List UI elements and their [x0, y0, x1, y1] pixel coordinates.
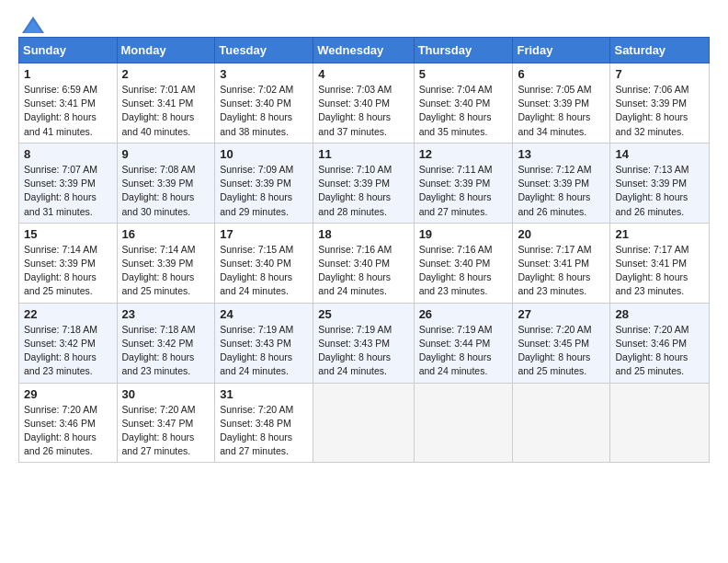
day-number: 28	[615, 307, 704, 321]
calendar-week-row: 15Sunrise: 7:14 AMSunset: 3:39 PMDayligh…	[19, 223, 710, 303]
day-number: 1	[24, 67, 112, 81]
calendar-day-cell	[313, 383, 414, 463]
calendar-week-row: 22Sunrise: 7:18 AMSunset: 3:42 PMDayligh…	[19, 303, 710, 383]
day-info: Sunrise: 7:16 AMSunset: 3:40 PMDaylight:…	[419, 243, 508, 299]
weekday-header-cell: Saturday	[610, 38, 710, 63]
calendar-day-cell: 25Sunrise: 7:19 AMSunset: 3:43 PMDayligh…	[313, 303, 414, 383]
calendar-day-cell: 14Sunrise: 7:13 AMSunset: 3:39 PMDayligh…	[610, 143, 710, 223]
day-number: 30	[122, 387, 210, 401]
day-number: 21	[615, 227, 704, 241]
day-number: 10	[220, 147, 308, 161]
calendar-day-cell: 11Sunrise: 7:10 AMSunset: 3:39 PMDayligh…	[313, 143, 414, 223]
day-number: 6	[518, 67, 605, 81]
day-info: Sunrise: 7:07 AMSunset: 3:39 PMDaylight:…	[24, 163, 112, 219]
day-number: 29	[24, 387, 112, 401]
calendar-day-cell: 27Sunrise: 7:20 AMSunset: 3:45 PMDayligh…	[513, 303, 610, 383]
day-info: Sunrise: 7:02 AMSunset: 3:40 PMDaylight:…	[220, 83, 308, 139]
day-number: 3	[220, 67, 308, 81]
day-number: 17	[220, 227, 308, 241]
day-info: Sunrise: 7:17 AMSunset: 3:41 PMDaylight:…	[615, 243, 704, 299]
calendar-day-cell: 17Sunrise: 7:15 AMSunset: 3:40 PMDayligh…	[215, 223, 313, 303]
calendar-day-cell: 4Sunrise: 7:03 AMSunset: 3:40 PMDaylight…	[313, 63, 414, 144]
calendar-day-cell: 22Sunrise: 7:18 AMSunset: 3:42 PMDayligh…	[19, 303, 118, 383]
day-number: 11	[318, 147, 408, 161]
day-info: Sunrise: 7:19 AMSunset: 3:43 PMDaylight:…	[318, 323, 408, 379]
calendar-day-cell: 20Sunrise: 7:17 AMSunset: 3:41 PMDayligh…	[513, 223, 610, 303]
calendar-body: 1Sunrise: 6:59 AMSunset: 3:41 PMDaylight…	[19, 63, 710, 463]
calendar-day-cell: 26Sunrise: 7:19 AMSunset: 3:44 PMDayligh…	[414, 303, 513, 383]
day-info: Sunrise: 7:20 AMSunset: 3:48 PMDaylight:…	[220, 403, 308, 459]
weekday-header-cell: Wednesday	[313, 38, 414, 63]
day-info: Sunrise: 7:08 AMSunset: 3:39 PMDaylight:…	[122, 163, 210, 219]
weekday-header-cell: Monday	[117, 38, 215, 63]
day-info: Sunrise: 7:10 AMSunset: 3:39 PMDaylight:…	[318, 163, 408, 219]
calendar-week-row: 8Sunrise: 7:07 AMSunset: 3:39 PMDaylight…	[19, 143, 710, 223]
calendar-day-cell	[414, 383, 513, 463]
calendar-day-cell: 16Sunrise: 7:14 AMSunset: 3:39 PMDayligh…	[117, 223, 215, 303]
day-info: Sunrise: 7:18 AMSunset: 3:42 PMDaylight:…	[24, 323, 112, 379]
calendar-day-cell: 18Sunrise: 7:16 AMSunset: 3:40 PMDayligh…	[313, 223, 414, 303]
day-info: Sunrise: 7:09 AMSunset: 3:39 PMDaylight:…	[220, 163, 308, 219]
weekday-header-cell: Tuesday	[215, 38, 313, 63]
day-info: Sunrise: 7:20 AMSunset: 3:46 PMDaylight:…	[24, 403, 112, 459]
day-number: 4	[318, 67, 408, 81]
day-number: 12	[419, 147, 508, 161]
day-number: 24	[220, 307, 308, 321]
day-info: Sunrise: 7:04 AMSunset: 3:40 PMDaylight:…	[419, 83, 508, 139]
day-info: Sunrise: 7:06 AMSunset: 3:39 PMDaylight:…	[615, 83, 704, 139]
day-info: Sunrise: 7:20 AMSunset: 3:47 PMDaylight:…	[122, 403, 210, 459]
calendar-week-row: 29Sunrise: 7:20 AMSunset: 3:46 PMDayligh…	[19, 383, 710, 463]
day-info: Sunrise: 7:20 AMSunset: 3:45 PMDaylight:…	[518, 323, 605, 379]
calendar-day-cell: 30Sunrise: 7:20 AMSunset: 3:47 PMDayligh…	[117, 383, 215, 463]
day-number: 5	[419, 67, 508, 81]
day-info: Sunrise: 7:03 AMSunset: 3:40 PMDaylight:…	[318, 83, 408, 139]
day-number: 15	[24, 227, 112, 241]
day-info: Sunrise: 7:17 AMSunset: 3:41 PMDaylight:…	[518, 243, 605, 299]
calendar-day-cell: 2Sunrise: 7:01 AMSunset: 3:41 PMDaylight…	[117, 63, 215, 144]
calendar-day-cell: 28Sunrise: 7:20 AMSunset: 3:46 PMDayligh…	[610, 303, 710, 383]
day-info: Sunrise: 7:16 AMSunset: 3:40 PMDaylight:…	[318, 243, 408, 299]
day-info: Sunrise: 6:59 AMSunset: 3:41 PMDaylight:…	[24, 83, 112, 139]
calendar-table: SundayMondayTuesdayWednesdayThursdayFrid…	[18, 37, 710, 463]
day-number: 22	[24, 307, 112, 321]
calendar-day-cell: 8Sunrise: 7:07 AMSunset: 3:39 PMDaylight…	[19, 143, 118, 223]
day-info: Sunrise: 7:20 AMSunset: 3:46 PMDaylight:…	[615, 323, 704, 379]
weekday-header-cell: Sunday	[19, 38, 118, 63]
day-number: 14	[615, 147, 704, 161]
day-info: Sunrise: 7:15 AMSunset: 3:40 PMDaylight:…	[220, 243, 308, 299]
calendar-day-cell: 19Sunrise: 7:16 AMSunset: 3:40 PMDayligh…	[414, 223, 513, 303]
calendar-day-cell	[513, 383, 610, 463]
logo-icon	[20, 15, 46, 35]
day-number: 31	[220, 387, 308, 401]
day-number: 9	[122, 147, 210, 161]
day-info: Sunrise: 7:11 AMSunset: 3:39 PMDaylight:…	[419, 163, 508, 219]
calendar-day-cell: 3Sunrise: 7:02 AMSunset: 3:40 PMDaylight…	[215, 63, 313, 144]
day-number: 16	[122, 227, 210, 241]
calendar-day-cell: 7Sunrise: 7:06 AMSunset: 3:39 PMDaylight…	[610, 63, 710, 144]
calendar-day-cell: 13Sunrise: 7:12 AMSunset: 3:39 PMDayligh…	[513, 143, 610, 223]
logo	[18, 15, 46, 29]
weekday-header-row: SundayMondayTuesdayWednesdayThursdayFrid…	[19, 38, 710, 63]
weekday-header-cell: Thursday	[414, 38, 513, 63]
calendar-day-cell: 1Sunrise: 6:59 AMSunset: 3:41 PMDaylight…	[19, 63, 118, 144]
calendar-day-cell: 12Sunrise: 7:11 AMSunset: 3:39 PMDayligh…	[414, 143, 513, 223]
day-info: Sunrise: 7:05 AMSunset: 3:39 PMDaylight:…	[518, 83, 605, 139]
calendar-day-cell: 29Sunrise: 7:20 AMSunset: 3:46 PMDayligh…	[19, 383, 118, 463]
day-info: Sunrise: 7:18 AMSunset: 3:42 PMDaylight:…	[122, 323, 210, 379]
day-number: 8	[24, 147, 112, 161]
page-header	[18, 15, 710, 29]
calendar-day-cell: 23Sunrise: 7:18 AMSunset: 3:42 PMDayligh…	[117, 303, 215, 383]
calendar-day-cell: 10Sunrise: 7:09 AMSunset: 3:39 PMDayligh…	[215, 143, 313, 223]
day-number: 13	[518, 147, 605, 161]
day-info: Sunrise: 7:19 AMSunset: 3:44 PMDaylight:…	[419, 323, 508, 379]
calendar-day-cell: 9Sunrise: 7:08 AMSunset: 3:39 PMDaylight…	[117, 143, 215, 223]
day-info: Sunrise: 7:14 AMSunset: 3:39 PMDaylight:…	[24, 243, 112, 299]
day-info: Sunrise: 7:12 AMSunset: 3:39 PMDaylight:…	[518, 163, 605, 219]
day-number: 2	[122, 67, 210, 81]
day-number: 25	[318, 307, 408, 321]
day-info: Sunrise: 7:19 AMSunset: 3:43 PMDaylight:…	[220, 323, 308, 379]
calendar-day-cell: 31Sunrise: 7:20 AMSunset: 3:48 PMDayligh…	[215, 383, 313, 463]
day-info: Sunrise: 7:01 AMSunset: 3:41 PMDaylight:…	[122, 83, 210, 139]
weekday-header-cell: Friday	[513, 38, 610, 63]
day-number: 19	[419, 227, 508, 241]
